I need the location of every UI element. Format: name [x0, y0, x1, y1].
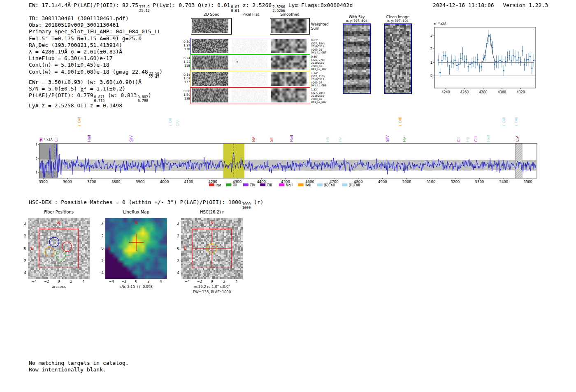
info-line-8: Cont(n) = 5.10(±0.45)e-18: [29, 62, 163, 68]
cutout-y-tick-label: 4: [173, 222, 179, 226]
cutout-x-tick-label: −2: [196, 279, 203, 283]
emission-line-label: Hβ: [466, 137, 470, 142]
spectrum-point: [477, 59, 478, 60]
with-sky-coords: x, y: 397, 804: [340, 19, 374, 23]
lineflux-map-title: Lineflux Map: [105, 210, 167, 214]
emission-line-label: SiII: [269, 137, 274, 142]
x-tick-label: 4100: [184, 180, 193, 184]
legend-swatch: [342, 183, 347, 186]
spectrum-point: [490, 39, 491, 40]
x-tick-label: 3700: [87, 180, 96, 184]
x-tick-label: 4260: [460, 90, 469, 94]
emission-line-label: HeII: [87, 135, 91, 142]
x-tick-label: 5200: [451, 180, 460, 184]
legend-label: CIII: [267, 183, 272, 187]
legend-swatch: [260, 183, 265, 186]
x-tick-label: 5100: [427, 180, 436, 184]
spectrum-point: [447, 61, 448, 63]
spectrum-point: [494, 63, 495, 65]
emission-line-label: Hγ: [338, 137, 342, 142]
x-tick-label: 5000: [402, 180, 411, 184]
cutout-y-tick-label: 2: [97, 234, 104, 238]
fiber-circle: [50, 227, 60, 237]
emission-line-label: CIV: [176, 121, 180, 126]
text-segment: g=: [119, 35, 128, 42]
row-right-annotation: 1.32"(397, 804)20180519v009_02041_LL_087: [311, 88, 326, 104]
emission-line-label: CII: [54, 137, 58, 142]
spectrum-point: [520, 60, 521, 62]
spectrum-point: [449, 69, 450, 70]
hsc-cutout-overlay: NE: [181, 218, 243, 279]
spectrum-point: [441, 60, 443, 61]
cutout-y-tick-label: 0: [20, 246, 26, 251]
spectrum-point: [526, 59, 527, 60]
emission-line-label: HeII: [290, 135, 294, 142]
with-sky-panel: With Sky x, y: 397, 804: [340, 15, 374, 96]
spectrum-point: [473, 61, 474, 62]
emission-line-label: CIII: [474, 137, 478, 142]
spectrum-point: [458, 64, 460, 65]
spectrum-point: [451, 60, 452, 62]
text-segment: EW: 17.1±4.4Å P(LAE)/P(OII): 82.75: [29, 2, 138, 8]
lineflux-map-overlay: NE: [105, 218, 167, 279]
emission-line-label: SiIV: [129, 135, 133, 142]
catalog-source-ellipse: [201, 264, 226, 276]
fov-square: [39, 229, 79, 268]
y-tick-label: 0: [430, 74, 432, 78]
spectrum-point: [469, 63, 471, 65]
spectrum-point: [488, 35, 489, 37]
cutout-y-tick-label: −4: [20, 271, 26, 275]
cutout-y-tick-label: 2: [173, 234, 179, 238]
cutout-y-tick-label: 4: [20, 222, 26, 226]
x-tick-label: 5400: [499, 180, 508, 184]
spectrum-point: [497, 61, 499, 63]
spectrum-point: [530, 56, 531, 57]
legend-label: Lyα: [216, 183, 221, 187]
fiber-circle: [45, 247, 54, 257]
spectrum-point: [475, 62, 476, 63]
text-segment: P(LAE)/P(OII): 0.779: [29, 92, 93, 98]
x-tick-label: 3800: [111, 180, 121, 184]
cutout-x-tick-label: 2: [145, 279, 152, 283]
spectrum-point: [460, 58, 461, 59]
emission-line-label: SiIV: [386, 135, 390, 142]
twod-spec-image: [192, 19, 228, 33]
cutout-x-tick-label: 4: [80, 279, 87, 283]
info-line-7: LineFlux = 6.30(±1.60)e-17: [29, 55, 163, 62]
text-segment: ): [159, 69, 163, 75]
cutout-y-tick-label: −2: [20, 259, 26, 263]
catalog-source-ellipse: [182, 253, 200, 264]
spectrum-point: [481, 66, 482, 67]
legend-swatch: [209, 183, 214, 186]
smoothed-image: [271, 39, 307, 53]
text-segment: =1.15 A=: [80, 35, 106, 42]
emission-line-label: { OVI: [77, 117, 81, 126]
emission-line-label: Hδ: [326, 137, 330, 142]
row-left-stats: 0.241.22118: [183, 56, 190, 67]
catalog-source-ellipse: [82, 246, 90, 256]
clean-image-panel: Clean Image x, y: 397, 804: [381, 15, 415, 96]
text-segment: EWr = 3.50(±0.93) (w: 3.60(±0.90))Å: [29, 79, 142, 85]
header-summary-line: EW: 17.1±4.4Å P(LAE)/P(OII): 82.75335.92…: [29, 2, 353, 12]
y-tick-label: 1: [430, 61, 432, 65]
pixel-flat-image: [232, 39, 267, 53]
full-spectrum-plot: 3500360037003800390040004100420043004400…: [36, 108, 540, 190]
spectrum-point: [454, 60, 455, 61]
emission-line-label: CII: [457, 137, 461, 142]
legend-swatch: [226, 183, 231, 186]
text-segment: (r): [251, 199, 263, 205]
y-tick-label: 0: [36, 170, 37, 174]
text-segment: LineFlux = 6.30(±1.60)e-17: [29, 55, 113, 61]
fiber-xlabel: arcsecs: [28, 285, 90, 289]
header-datetime-version: 2024-12-16 11:18:06 Version 1.22.3: [433, 2, 548, 8]
y-tick-label: 2: [430, 47, 432, 51]
smoothed-image: [271, 72, 307, 86]
report-version: Version 1.22.3: [497, 2, 548, 8]
2d-spectra-panel: 2D Spec Pixel Flat Smoothed Weighted Sum…: [183, 12, 332, 109]
catalog-source-ellipse: [234, 264, 243, 271]
info-line-6: λ = 4286.19Å σ = 2.61(±0.83)Å: [29, 49, 163, 55]
legend-swatch: [298, 183, 304, 186]
hsc-cutout-title: HSC(26.2) r: [181, 210, 243, 214]
legend-label: CIV: [250, 183, 255, 187]
cutout-y-tick-label: 4: [97, 222, 104, 226]
